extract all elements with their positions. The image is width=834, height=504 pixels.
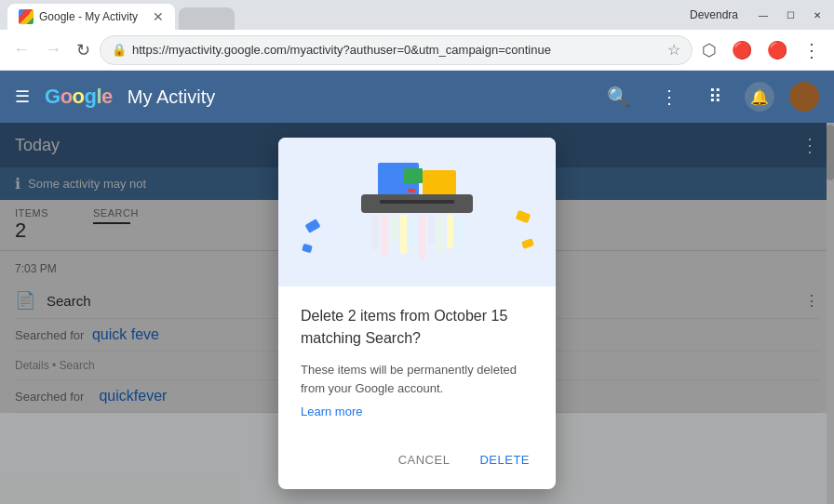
tab-bar: Google - My Activity ✕ — [7, 0, 235, 30]
bookmark-icon[interactable]: ☆ — [667, 41, 680, 59]
strip-5 — [410, 215, 416, 247]
window-controls: Devendra — ☐ ✕ — [690, 8, 827, 22]
strip-1 — [372, 215, 379, 250]
shredder-illustration — [361, 163, 473, 261]
strip-9 — [447, 215, 453, 248]
flying-piece-left2 — [302, 244, 313, 253]
tab-close-button[interactable]: ✕ — [153, 9, 164, 24]
google-logo: Google — [45, 85, 113, 109]
active-tab[interactable]: Google - My Activity ✕ — [7, 4, 175, 30]
dialog-body: Delete 2 items from October 15 matching … — [278, 286, 556, 434]
delete-confirmation-dialog: Delete 2 items from October 15 matching … — [278, 138, 556, 489]
minimize-button[interactable]: — — [753, 8, 773, 22]
strip-6 — [419, 215, 425, 259]
strip-4 — [400, 215, 407, 254]
back-button[interactable]: ← — [7, 36, 35, 63]
delete-button[interactable]: DELETE — [468, 445, 541, 474]
document-yellow-icon — [423, 170, 456, 196]
strip-8 — [437, 215, 444, 252]
user-avatar[interactable] — [789, 82, 819, 112]
extension-icon-3[interactable]: 🔴 — [761, 36, 793, 64]
hamburger-menu-icon[interactable]: ☰ — [15, 86, 30, 107]
page-title: My Activity — [128, 86, 215, 108]
forward-button[interactable]: → — [39, 36, 67, 63]
learn-more-link[interactable]: Learn more — [301, 405, 362, 418]
notification-icon[interactable]: 🔔 — [745, 82, 774, 112]
search-icon[interactable]: 🔍 — [599, 82, 638, 112]
navigation-bar: ← → ↻ 🔒 https://myactivity.google.com/my… — [0, 30, 834, 71]
tab-favicon — [19, 9, 34, 24]
extension-icon-1[interactable]: ⬡ — [696, 36, 722, 64]
browser-menu-button[interactable]: ⋮ — [797, 35, 827, 65]
flying-piece-left — [304, 219, 320, 233]
title-bar: Google - My Activity ✕ Devendra — ☐ ✕ — [0, 0, 834, 30]
flying-piece-right2 — [521, 238, 534, 249]
shredder-body-icon — [361, 194, 473, 213]
strip-2 — [382, 215, 388, 257]
app-header: ☰ Google My Activity 🔍 ⋮ ⠿ 🔔 — [0, 71, 834, 123]
extension-icon-2[interactable]: 🔴 — [726, 36, 758, 64]
inactive-tab[interactable] — [179, 7, 235, 30]
dialog-description: These items will be permanently deleted … — [301, 361, 533, 397]
flying-piece-right — [516, 210, 531, 223]
more-options-icon[interactable]: ⋮ — [652, 82, 686, 112]
reload-button[interactable]: ↻ — [71, 36, 96, 64]
dialog-title-prefix: Delete 2 items from — [301, 308, 430, 324]
strip-3 — [391, 215, 397, 243]
close-button[interactable]: ✕ — [808, 8, 827, 22]
apps-icon[interactable]: ⠿ — [701, 82, 730, 112]
dialog-actions: CANCEL DELETE — [278, 434, 556, 489]
dialog-illustration — [278, 138, 556, 286]
dialog-title-suffix: matching — [301, 330, 361, 346]
document-blue-icon — [378, 163, 419, 196]
dialog-title: Delete 2 items from October 15 matching … — [301, 305, 533, 350]
user-name: Devendra — [690, 8, 738, 21]
maximize-button[interactable]: ☐ — [781, 8, 800, 22]
shredder-slot — [380, 200, 454, 204]
doc-photo — [404, 168, 423, 183]
dialog-title-date: October 15 — [434, 308, 507, 324]
address-bar[interactable]: 🔒 https://myactivity.google.com/myactivi… — [100, 35, 693, 65]
strip-10 — [456, 215, 463, 256]
documents-stack — [378, 163, 456, 196]
cancel-button[interactable]: CANCEL — [387, 445, 462, 474]
strip-7 — [428, 215, 435, 245]
dialog-overlay: Delete 2 items from October 15 matching … — [0, 123, 834, 504]
lock-icon: 🔒 — [112, 43, 127, 57]
url-text: https://myactivity.google.com/myactivity… — [132, 43, 662, 57]
tab-title: Google - My Activity — [39, 10, 138, 23]
doc-accent — [408, 189, 415, 192]
shredded-strips — [372, 215, 463, 261]
page-content: Today ⋮ ℹ Some activity may not ITEMS 2 … — [0, 123, 834, 504]
dialog-title-type: Search? — [365, 330, 421, 346]
